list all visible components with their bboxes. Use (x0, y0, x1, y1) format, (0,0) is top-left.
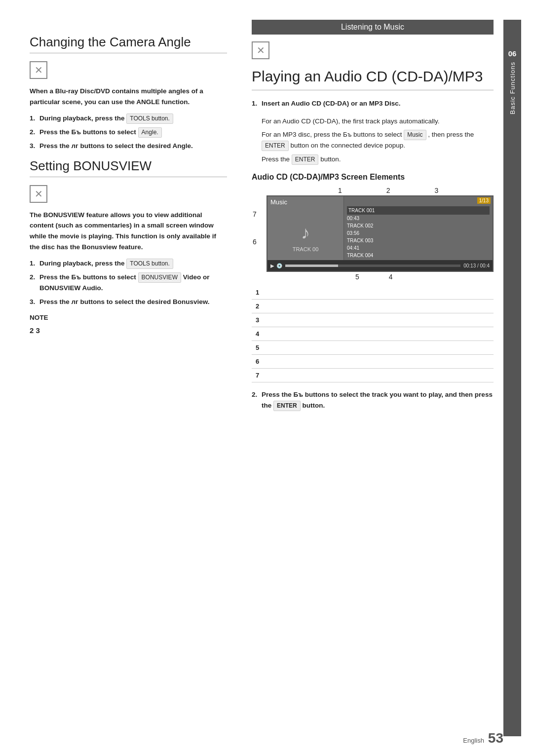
section2-divider (30, 177, 227, 177)
table-row: 6 (252, 355, 494, 369)
diagram-with-labels: 7 6 Music ♪ TRACK 00 1/13 (262, 195, 494, 272)
cd-icon: 💿 (276, 263, 282, 268)
item-num-2: 2 (252, 300, 266, 313)
progress-bar (285, 265, 460, 267)
track-002: TRACK 002 (347, 222, 490, 229)
track-003-time: 04:41 (347, 244, 490, 252)
step1-detail-3: Press the ENTER button. (262, 154, 494, 165)
item-num-3: 3 (252, 313, 266, 327)
item-num-1: 1 (252, 286, 266, 300)
item-text-4 (266, 327, 494, 341)
tools-btn-2: TOOLS button. (126, 259, 173, 269)
left-column: Changing the Camera Angle ✕ When a Blu-r… (0, 20, 242, 736)
diagram-side-nums: 7 6 (253, 210, 257, 246)
step2-content: Press the Бъ buttons to select the track… (262, 389, 494, 411)
diagram-bottom-bar: ▶ 💿 00:13 / 00:4 (267, 260, 493, 271)
top-num-2: 2 (386, 187, 390, 194)
right-steps: 1. Insert an Audio CD (CD-DA) or an MP3 … (252, 98, 494, 109)
right-section-title: Playing an Audio CD (CD-DA)/MP3 (252, 68, 494, 85)
table-row: 2 (252, 300, 494, 313)
diagram-top-nums: 1 2 3 (338, 187, 494, 194)
item-text-2 (266, 300, 494, 313)
bottom-num-5: 5 (355, 273, 359, 281)
right-section-icon: ✕ (252, 41, 269, 59)
step1-detail-2: For an MP3 disc, press the Бъ buttons to… (262, 129, 494, 151)
item-text-5 (266, 341, 494, 355)
footer: English 53 (463, 730, 503, 746)
enter-btn-step2: ENTER (273, 401, 301, 411)
tools-btn-1: TOOLS button. (126, 113, 173, 124)
section1-divider (30, 53, 227, 53)
top-num-1: 1 (338, 187, 342, 194)
bonusview-nums: 2 3 (30, 326, 227, 335)
enter-btn-2: ENTER (292, 154, 319, 165)
section-header-bar: Listening to Music (252, 20, 494, 35)
section2-description: The BONUSVIEW feature allows you to view… (30, 210, 227, 252)
step-item: 2. Press the Бъ buttons to select Angle. (30, 127, 227, 138)
table-row: 5 (252, 341, 494, 355)
table-row: 3 (252, 313, 494, 327)
item-text-7 (266, 369, 494, 382)
play-icon: ▶ (270, 263, 274, 268)
step-item: 1. During playback, press the TOOLS butt… (30, 258, 227, 269)
item-text-6 (266, 355, 494, 369)
diagram-outer: 1 2 3 7 6 Music ♪ (262, 187, 494, 281)
page-container: Changing the Camera Angle ✕ When a Blu-r… (0, 0, 533, 756)
step-item: 1. During playback, press the TOOLS butt… (30, 113, 227, 124)
table-row: 7 (252, 369, 494, 382)
step1-detail-1: For an Audio CD (CD-DA), the first track… (262, 116, 494, 127)
section1-description: When a Blu-ray Disc/DVD contains multipl… (30, 86, 227, 107)
track-001-selected: TRACK 001 (347, 206, 490, 215)
bottom-num-4: 4 (389, 273, 393, 281)
footer-page: 53 (488, 730, 503, 746)
item-num-6: 6 (252, 355, 266, 369)
note-label: NOTE (30, 314, 227, 321)
section1-title: Changing the Camera Angle (30, 35, 227, 50)
section1-steps: 1. During playback, press the TOOLS butt… (30, 113, 227, 151)
item-num-5: 5 (252, 341, 266, 355)
side-num-7: 7 (253, 210, 257, 218)
item-num-7: 7 (252, 369, 266, 382)
header-text: Listening to Music (341, 23, 404, 31)
step-item: 2. Press the Бъ buttons to select BONUSV… (30, 272, 227, 294)
table-row: 4 (252, 327, 494, 341)
track-004: TRACK 004 (347, 252, 490, 259)
track-001-time: 00:43 (347, 215, 490, 222)
section2-title: Setting BONUSVIEW (30, 158, 227, 174)
side-tab: 06 Basic Functions (503, 20, 521, 736)
subsection-title: Audio CD (CD-DA)/MP3 Screen Elements (252, 173, 494, 182)
footer-label: English (463, 737, 484, 744)
right-column: Listening to Music ✕ Playing an Audio CD… (242, 20, 503, 736)
item-num-4: 4 (252, 327, 266, 341)
time-display: 00:13 / 00:4 (463, 263, 490, 268)
step-item: 3. Press the лг buttons to select the de… (30, 141, 227, 151)
step-item: 3. Press the лг buttons to select the de… (30, 297, 227, 307)
side-num-6: 6 (253, 238, 257, 246)
step2-list: 2. Press the Бъ buttons to select the tr… (252, 389, 494, 411)
right-divider (252, 90, 494, 90)
main-content: Changing the Camera Angle ✕ When a Blu-r… (0, 0, 533, 756)
step2-item: 2. Press the Бъ buttons to select the tr… (252, 389, 494, 411)
diagram-bottom-nums: 5 4 (355, 273, 494, 281)
diagram-box: Music ♪ TRACK 00 1/13 TRACK 001 00:43 TR… (266, 195, 494, 272)
top-num-3: 3 (435, 187, 439, 194)
step2-num: 2. (252, 389, 262, 400)
side-tab-text: Basic Functions (509, 62, 516, 114)
track-003: TRACK 003 (347, 237, 490, 244)
item-text-3 (266, 313, 494, 327)
items-table: 1 2 3 4 5 (252, 286, 494, 382)
track-list: TRACK 001 00:43 TRACK 002 03:56 TRACK 00… (347, 206, 490, 266)
angle-btn: Angle. (138, 127, 162, 138)
bonusview-btn: BONUSVIEW (138, 272, 181, 283)
music-btn: Music (404, 130, 426, 140)
right-step-item: 1. Insert an Audio CD (CD-DA) or an MP3 … (252, 98, 494, 109)
music-label: Music (270, 198, 287, 206)
section2-steps: 1. During playback, press the TOOLS butt… (30, 258, 227, 307)
enter-btn-1: ENTER (262, 141, 289, 151)
track-current-label: TRACK 00 (293, 246, 319, 252)
table-row: 1 (252, 286, 494, 300)
track-002-time: 03:56 (347, 229, 490, 237)
section2-icon: ✕ (30, 185, 47, 203)
step1-details: For an Audio CD (CD-DA), the first track… (262, 116, 494, 165)
progress-fill (285, 265, 338, 267)
